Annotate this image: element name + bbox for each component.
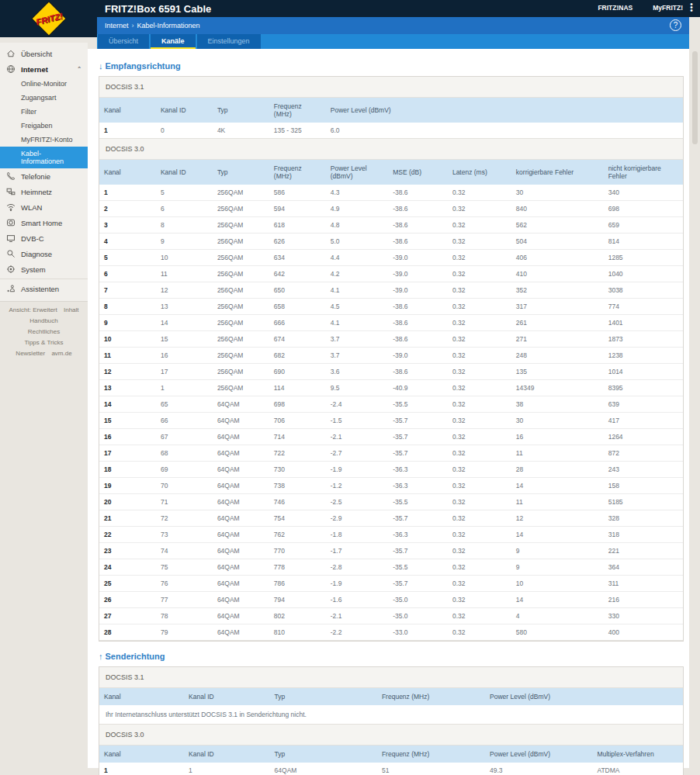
table-cell: 9.5 — [326, 380, 388, 396]
socket-icon — [6, 218, 16, 227]
inhalt-link[interactable]: Inhalt — [64, 306, 79, 313]
table-cell: -36.3 — [388, 478, 448, 494]
handbuch-link[interactable]: Handbuch — [29, 317, 57, 324]
table-cell: 639 — [604, 396, 683, 413]
table-cell: 256QAM — [213, 201, 269, 217]
chevron-up-icon: ⌃ — [77, 66, 81, 72]
sidebar-item-telefonie[interactable]: Telefonie — [0, 168, 88, 184]
overflow-menu-icon[interactable]: ••• — [688, 3, 695, 12]
column-header: Kanal — [99, 160, 156, 185]
column-header: Frequenz (MHz) — [269, 160, 326, 185]
table-row: 49256QAM6265.0-38.60.32504814 — [99, 234, 683, 250]
table-cell: 20 — [99, 494, 156, 510]
table-cell: 271 — [511, 331, 604, 348]
sidebar-item-online-monitor[interactable]: Online-Monitor — [0, 77, 88, 91]
table-cell: 64QAM — [213, 510, 269, 527]
table-cell: 642 — [269, 266, 326, 282]
table-cell: 216 — [604, 592, 683, 608]
assistant-icon — [6, 284, 16, 293]
table-cell: 774 — [604, 299, 683, 315]
table-cell: -1.2 — [326, 478, 388, 494]
tipps-tricks-link[interactable]: Tipps & Tricks — [25, 339, 64, 346]
table-cell: -38.6 — [388, 217, 448, 234]
table-cell: -2.2 — [326, 624, 388, 641]
tab-uebersicht[interactable]: Übersicht — [98, 34, 149, 49]
sidebar-item-zugangsart[interactable]: Zugangsart — [0, 91, 88, 105]
table-cell: 256QAM — [213, 266, 269, 282]
table-cell: -33.0 — [388, 624, 448, 641]
breadcrumb-page: Kabel-Informationen — [137, 22, 200, 29]
rechtliches-link[interactable]: Rechtliches — [28, 328, 60, 335]
table-cell: 16 — [156, 348, 213, 364]
home-icon — [6, 49, 16, 58]
table-cell: 1264 — [604, 429, 683, 445]
sidebar-item-internet[interactable]: Internet ⌃ — [0, 61, 88, 77]
sidebar-item-wlan[interactable]: WLAN — [0, 199, 88, 215]
table-cell: 4.9 — [326, 201, 388, 217]
table-cell: 698 — [269, 396, 326, 413]
myfritz-link[interactable]: MyFRITZ! — [653, 4, 683, 12]
table-cell: 0.32 — [448, 380, 511, 396]
sidebar-item-heimnetz[interactable]: Heimnetz — [0, 184, 88, 199]
table-cell: 10 — [511, 576, 604, 592]
table-cell: -35.7 — [388, 543, 448, 559]
table-cell: -1.5 — [326, 413, 388, 429]
sidebar-item-myfritz-konto[interactable]: MyFRITZ!-Konto — [0, 133, 88, 147]
fritznas-link[interactable]: FRITZ!NAS — [598, 4, 632, 12]
sidebar-item-label: System — [21, 265, 46, 274]
table-cell: 24 — [99, 559, 156, 576]
tab-kanaele[interactable]: Kanäle — [151, 34, 196, 49]
sidebar-item-assistenten[interactable]: Assistenten — [0, 281, 88, 296]
table-cell: 0.32 — [448, 315, 511, 331]
column-header: Typ — [270, 688, 377, 705]
table-cell: -1.7 — [326, 543, 388, 559]
table-cell: 840 — [511, 201, 604, 217]
sidebar-item-diagnose[interactable]: Diagnose — [0, 246, 88, 261]
table-cell: -38.6 — [388, 364, 448, 380]
column-header: Typ — [270, 746, 377, 763]
table-cell: 690 — [269, 364, 326, 380]
sidebar-item-uebersicht[interactable]: Übersicht — [0, 46, 88, 61]
table-cell: 17 — [156, 364, 213, 380]
sidebar-item-label: Internet — [21, 65, 48, 74]
sidebar-item-dvb-c[interactable]: DVB-C — [0, 230, 88, 246]
table-cell: 4 — [511, 608, 604, 624]
column-header: Frequenz (MHz) — [377, 688, 485, 705]
table-row: 510256QAM6344.4-39.00.324061285 — [99, 250, 683, 266]
table-cell: 256QAM — [213, 331, 269, 348]
breadcrumb-section[interactable]: Internet — [105, 22, 129, 29]
sidebar-item-kabel-informationen[interactable]: Kabel-Informationen — [0, 147, 88, 168]
sidebar-item-freigaben[interactable]: Freigaben — [0, 119, 88, 133]
tab-einstellungen[interactable]: Einstellungen — [197, 34, 261, 49]
table-cell: 72 — [156, 510, 213, 527]
column-header: Latenz (ms) — [448, 160, 511, 185]
sidebar-item-filter[interactable]: Filter — [0, 105, 88, 119]
avm-link[interactable]: avm.de — [51, 350, 71, 357]
table-cell: 14 — [156, 315, 213, 331]
table-cell: 6 — [99, 266, 156, 282]
table-cell: -1.6 — [326, 592, 388, 608]
table-cell: 0.32 — [448, 478, 511, 494]
main-content: ↓Empfangsrichtung DOCSIS 3.1 KanalKanal … — [88, 49, 689, 768]
sidebar-item-smart-home[interactable]: Smart Home — [0, 215, 88, 230]
table-cell: 3038 — [604, 282, 683, 299]
sidebar-item-label: DVB-C — [21, 234, 44, 243]
newsletter-link[interactable]: Newsletter — [16, 350, 45, 357]
help-icon[interactable]: ? — [670, 19, 681, 31]
tab-bar: Übersicht Kanäle Einstellungen — [97, 34, 689, 49]
table-cell: -38.6 — [388, 315, 448, 331]
view-mode-link[interactable]: Ansicht: Erweitert — [9, 306, 57, 313]
table-cell: 78 — [156, 608, 213, 624]
table-row: 166764QAM714-2.1-35.70.32161264 — [99, 429, 683, 445]
table-cell: 794 — [269, 592, 326, 608]
table-cell: 9 — [99, 315, 156, 331]
table-cell: -38.6 — [388, 234, 448, 250]
table-cell: 8 — [156, 217, 213, 234]
table-row: 207164QAM746-2.5-35.50.32115185 — [99, 494, 683, 510]
scrollbar-thumb[interactable] — [692, 51, 698, 144]
table-cell: -2.1 — [326, 608, 388, 624]
table-cell: 28 — [99, 624, 156, 641]
table-cell: 64QAM — [213, 462, 269, 478]
column-header: Typ — [213, 160, 269, 185]
sidebar-item-system[interactable]: System — [0, 261, 88, 277]
